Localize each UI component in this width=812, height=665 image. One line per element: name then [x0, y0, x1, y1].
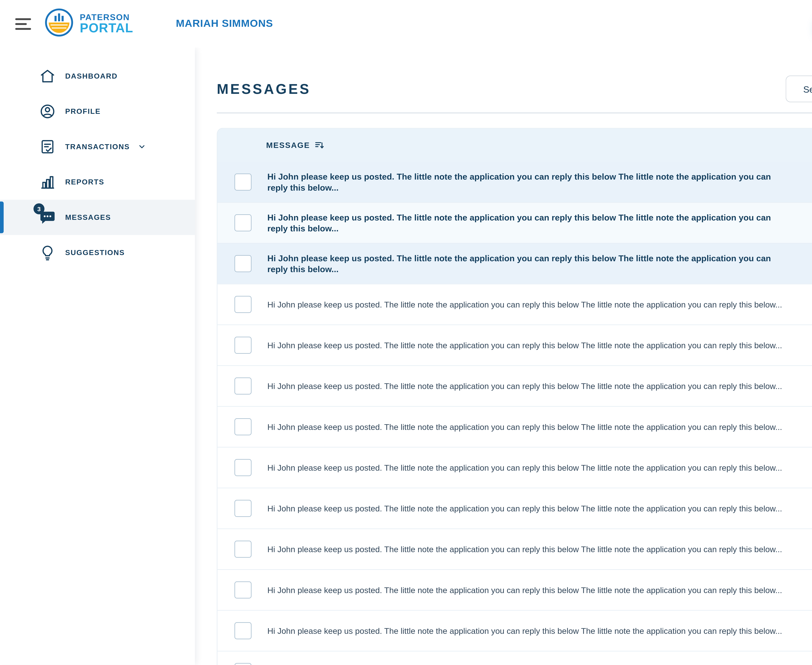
message-text: Hi John please keep us posted. The littl… [267, 212, 796, 234]
sort-icon[interactable] [315, 141, 324, 150]
row-checkbox[interactable] [235, 459, 251, 476]
lightbulb-icon [39, 244, 56, 261]
row-checkbox[interactable] [235, 541, 251, 558]
sidebar-item-label: DASHBOARD [65, 72, 118, 80]
row-checkbox[interactable] [235, 500, 251, 517]
message-row[interactable]: Hi John please keep us posted. The littl… [217, 610, 812, 651]
sidebar: DASHBOARD PROFILE TRANSACTIONS [0, 48, 195, 665]
row-checkbox[interactable] [235, 255, 251, 272]
message-text: Hi John please keep us posted. The littl… [267, 300, 796, 309]
message-text: Hi John please keep us posted. The littl… [267, 463, 796, 472]
message-datetime: 12.08.2023 - 04:30 PM [796, 422, 812, 431]
sidebar-item-messages[interactable]: 3 MESSAGES [0, 200, 195, 235]
message-row[interactable]: Hi John please keep us posted. The littl… [217, 284, 812, 324]
message-datetime: 12.08.2023 - 04:30 PM [796, 218, 812, 228]
message-row[interactable]: Hi John please keep us posted. The littl… [217, 529, 812, 569]
message-datetime: 12.08.2023 - 04:30 PM [796, 626, 812, 635]
brand-logo: PATERSON PORTAL [44, 8, 133, 39]
message-text: Hi John please keep us posted. The littl… [267, 382, 796, 390]
title-divider [217, 113, 812, 113]
row-checkbox[interactable] [235, 174, 251, 191]
bar-chart-icon [39, 174, 56, 191]
row-checkbox[interactable] [235, 296, 251, 313]
chevron-down-icon [138, 142, 146, 151]
sidebar-item-suggestions[interactable]: SUGGESTIONS [0, 235, 195, 270]
select-all-button[interactable]: Select All [786, 75, 812, 102]
message-row[interactable]: Hi John please keep us posted. The littl… [217, 243, 812, 283]
message-column-header[interactable]: MESSAGE [266, 141, 796, 150]
paterson-portal-logo-icon [44, 8, 74, 39]
message-datetime: 12.08.2023 - 04:30 PM [796, 382, 812, 390]
message-datetime: 12.08.2023 - 04:30 PM [796, 504, 812, 513]
message-datetime: 12.08.2023 - 04:30 PM [796, 463, 812, 472]
row-checkbox[interactable] [235, 418, 251, 435]
message-row[interactable]: Hi John please keep us posted. The littl… [217, 162, 812, 202]
user-name: MARIAH SIMMONS [176, 18, 273, 30]
sidebar-item-label: PROFILE [65, 107, 101, 116]
message-row[interactable]: Hi John please keep us posted. The littl… [217, 324, 812, 365]
top-header: PATERSON PORTAL MARIAH SIMMONS SIGN OUT [0, 0, 812, 48]
message-datetime: 12.08.2023 - 04:30 PM [796, 585, 812, 595]
bulk-actions: Select All Delete [786, 75, 812, 102]
message-text: Hi John please keep us posted. The littl… [267, 252, 796, 275]
row-checkbox[interactable] [235, 663, 251, 665]
sidebar-item-profile[interactable]: PROFILE [0, 94, 195, 129]
message-row[interactable]: Hi John please keep us posted. The littl… [217, 651, 812, 665]
messages-table: MESSAGE DATE & TIME [217, 128, 812, 665]
table-header-row: MESSAGE DATE & TIME [217, 128, 812, 162]
sidebar-item-label: TRANSACTIONS [65, 142, 130, 151]
sidebar-item-label: MESSAGES [65, 213, 111, 222]
message-row[interactable]: Hi John please keep us posted. The littl… [217, 447, 812, 488]
row-checkbox[interactable] [235, 377, 251, 395]
brand-name-bottom: PORTAL [80, 21, 133, 35]
message-column-label: MESSAGE [266, 141, 310, 150]
unread-count-badge: 3 [33, 203, 44, 215]
page-title: MESSAGES [217, 81, 311, 97]
message-datetime: 12.08.2023 - 04:30 PM [796, 341, 812, 350]
app-window: PATERSON PORTAL MARIAH SIMMONS SIGN OUT … [0, 0, 812, 665]
message-row[interactable]: Hi John please keep us posted. The littl… [217, 202, 812, 243]
home-icon [39, 67, 56, 85]
hamburger-menu-icon[interactable] [15, 18, 31, 29]
sidebar-item-reports[interactable]: REPORTS [0, 164, 195, 200]
brand-name-top: PATERSON [80, 13, 133, 21]
messages-icon: 3 [39, 209, 56, 226]
sidebar-item-label: REPORTS [65, 178, 104, 187]
sidebar-item-transactions[interactable]: TRANSACTIONS [0, 129, 195, 164]
message-datetime: 12.08.2023 - 04:30 PM [796, 177, 812, 187]
sidebar-item-label: SUGGESTIONS [65, 248, 125, 257]
row-checkbox[interactable] [235, 622, 251, 639]
message-datetime: 12.08.2023 - 04:30 PM [796, 300, 812, 309]
message-text: Hi John please keep us posted. The littl… [267, 626, 796, 635]
message-datetime: 12.08.2023 - 04:30 PM [796, 545, 812, 554]
message-row[interactable]: Hi John please keep us posted. The littl… [217, 406, 812, 447]
message-text: Hi John please keep us posted. The littl… [267, 422, 796, 431]
message-text: Hi John please keep us posted. The littl… [267, 585, 796, 595]
message-datetime: 12.08.2023 - 04:30 PM [796, 259, 812, 269]
message-rows: Hi John please keep us posted. The littl… [217, 162, 812, 665]
message-text: Hi John please keep us posted. The littl… [267, 171, 796, 193]
row-checkbox[interactable] [235, 581, 251, 598]
main-content: MESSAGES Select All Delete MESSAGE [195, 48, 812, 665]
transactions-icon [39, 138, 56, 155]
row-checkbox[interactable] [235, 214, 251, 231]
message-row[interactable]: Hi John please keep us posted. The littl… [217, 365, 812, 406]
message-text: Hi John please keep us posted. The littl… [267, 341, 796, 350]
sidebar-item-dashboard[interactable]: DASHBOARD [0, 59, 195, 94]
profile-icon [39, 103, 56, 120]
datetime-column-header[interactable]: DATE & TIME [796, 141, 812, 150]
message-text: Hi John please keep us posted. The littl… [267, 545, 796, 554]
row-checkbox[interactable] [235, 337, 251, 354]
message-row[interactable]: Hi John please keep us posted. The littl… [217, 569, 812, 610]
message-row[interactable]: Hi John please keep us posted. The littl… [217, 488, 812, 529]
message-text: Hi John please keep us posted. The littl… [267, 504, 796, 513]
